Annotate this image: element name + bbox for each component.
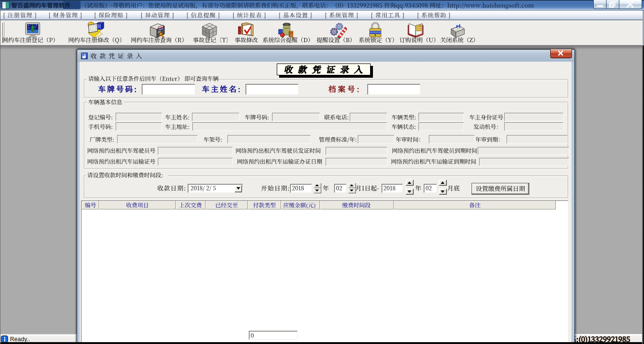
svg-text:X55: X55: [417, 29, 421, 31]
